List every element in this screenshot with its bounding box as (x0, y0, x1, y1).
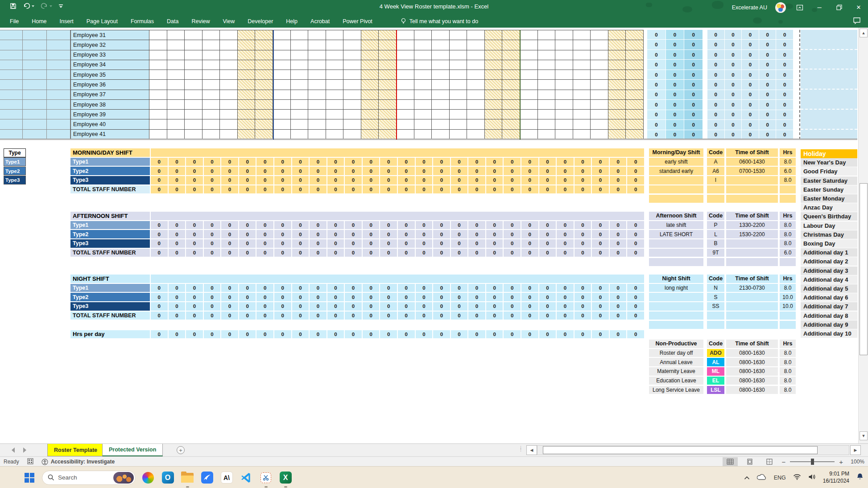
roster-day-cell[interactable] (591, 40, 608, 50)
roster-day-cell[interactable] (626, 60, 644, 70)
shift-count-cell[interactable]: 0 (239, 239, 256, 248)
roster-day-cell[interactable] (273, 110, 291, 119)
shift-count-cell[interactable]: 0 (186, 312, 203, 320)
roster-day-cell[interactable] (203, 70, 220, 80)
roster-day-cell[interactable] (538, 80, 556, 90)
shift-count-cell[interactable]: 0 (292, 293, 309, 301)
shift-count-cell[interactable]: 0 (627, 239, 644, 248)
roster-day-cell[interactable] (220, 60, 238, 70)
roster-day-cell[interactable] (220, 100, 238, 110)
hrs-per-day-cell[interactable]: 0 (486, 330, 503, 339)
roster-day-cell[interactable] (149, 110, 167, 119)
ref-table-cell[interactable] (726, 312, 778, 320)
roster-day-cell[interactable] (608, 70, 626, 80)
roster-day-cell[interactable] (255, 60, 273, 70)
summary-cell[interactable]: 0 (742, 90, 759, 99)
employee-name-cell[interactable]: Employee 39 (71, 110, 149, 119)
roster-day-cell[interactable] (450, 80, 467, 90)
roster-day-cell[interactable] (626, 40, 644, 50)
shift-count-cell[interactable]: 0 (451, 176, 468, 185)
summary-cell[interactable]: 0 (707, 90, 724, 99)
shift-count-cell[interactable]: 0 (221, 230, 238, 238)
roster-day-cell[interactable] (326, 70, 344, 80)
roster-day-cell[interactable] (432, 60, 450, 70)
roster-day-cell[interactable] (502, 30, 520, 40)
roster-day-cell[interactable] (203, 40, 220, 50)
shift-count-cell[interactable]: 0 (557, 185, 574, 194)
summary-cell[interactable]: 0 (666, 110, 684, 119)
roster-day-cell[interactable] (432, 70, 450, 80)
summary-cell[interactable]: 0 (776, 70, 793, 79)
roster-day-cell[interactable] (361, 119, 379, 129)
shift-count-cell[interactable]: 0 (486, 293, 503, 301)
summary-cell[interactable]: 0 (707, 40, 724, 49)
roster-day-cell[interactable] (573, 119, 591, 129)
ref-table-cell[interactable]: L (707, 230, 724, 238)
roster-day-cell[interactable] (361, 30, 379, 40)
roster-day-cell[interactable] (467, 130, 485, 139)
roster-day-cell[interactable] (203, 60, 220, 70)
roster-day-cell[interactable] (414, 110, 432, 119)
roster-cell[interactable] (47, 119, 70, 129)
shift-count-cell[interactable]: 0 (627, 302, 644, 311)
shift-count-cell[interactable]: 0 (575, 230, 591, 238)
roster-day-cell[interactable] (238, 100, 256, 110)
shift-count-cell[interactable]: 0 (186, 185, 203, 194)
summary-cell[interactable]: 0 (742, 110, 759, 119)
roster-cell[interactable] (0, 70, 23, 80)
shift-count-cell[interactable]: 0 (380, 239, 397, 248)
hrs-per-day-cell[interactable]: 0 (468, 330, 485, 339)
roster-day-cell[interactable] (555, 130, 573, 139)
roster-day-cell[interactable] (573, 90, 591, 100)
shift-count-cell[interactable]: 0 (451, 158, 468, 166)
roster-day-cell[interactable] (467, 119, 485, 129)
shift-count-cell[interactable]: 0 (327, 158, 344, 166)
roster-cell[interactable] (47, 70, 70, 80)
shift-count-cell[interactable]: 0 (539, 167, 556, 175)
roster-day-cell[interactable] (626, 80, 644, 90)
shift-count-cell[interactable]: 0 (186, 167, 203, 175)
summary-cell[interactable]: 0 (776, 30, 793, 39)
shift-count-cell[interactable]: 0 (380, 185, 397, 194)
roster-day-cell[interactable] (555, 70, 573, 80)
summary-cell[interactable]: 0 (725, 100, 742, 109)
roster-day-cell[interactable] (485, 60, 503, 70)
summary-cell[interactable]: 0 (707, 80, 724, 89)
roster-day-cell[interactable] (343, 90, 361, 100)
shift-count-cell[interactable]: 0 (504, 312, 521, 320)
roster-day-cell[interactable] (397, 80, 414, 90)
shift-count-cell[interactable]: 0 (292, 158, 309, 166)
roster-day-cell[interactable] (520, 40, 538, 50)
roster-day-cell[interactable] (149, 80, 167, 90)
shift-count-cell[interactable]: 0 (416, 176, 433, 185)
roster-day-cell[interactable] (220, 80, 238, 90)
roster-day-cell[interactable] (573, 40, 591, 50)
shift-count-cell[interactable]: 0 (451, 221, 468, 230)
tab-formulas[interactable]: Formulas (131, 18, 154, 25)
shift-count-cell[interactable]: 0 (256, 167, 273, 175)
roster-day-cell[interactable] (573, 100, 591, 110)
roster-cell[interactable] (47, 80, 70, 90)
roster-day-cell[interactable] (608, 50, 626, 60)
shift-count-cell[interactable]: 0 (627, 230, 644, 238)
roster-day-cell[interactable] (167, 80, 185, 90)
shift-count-cell[interactable]: 0 (151, 293, 168, 301)
ref-table-cell[interactable] (707, 195, 724, 203)
shift-count-cell[interactable]: 0 (221, 312, 238, 320)
shift-count-cell[interactable]: 0 (221, 221, 238, 230)
hrs-per-day-cell[interactable]: 0 (627, 330, 644, 339)
shift-count-cell[interactable]: 0 (592, 158, 609, 166)
shift-count-cell[interactable]: 0 (486, 312, 503, 320)
shift-count-cell[interactable]: 0 (169, 185, 186, 194)
roster-day-cell[interactable] (414, 130, 432, 139)
shift-count-cell[interactable]: 0 (539, 293, 556, 301)
shift-count-cell[interactable]: 0 (610, 176, 627, 185)
shift-count-cell[interactable]: 0 (398, 312, 415, 320)
roster-day-cell[interactable] (308, 30, 326, 40)
roster-day-cell[interactable] (255, 40, 273, 50)
shift-count-cell[interactable]: 0 (221, 284, 238, 292)
roster-day-cell[interactable] (467, 60, 485, 70)
shift-count-cell[interactable]: 0 (327, 312, 344, 320)
roster-day-cell[interactable] (485, 40, 503, 50)
shift-count-cell[interactable]: 0 (539, 249, 556, 257)
